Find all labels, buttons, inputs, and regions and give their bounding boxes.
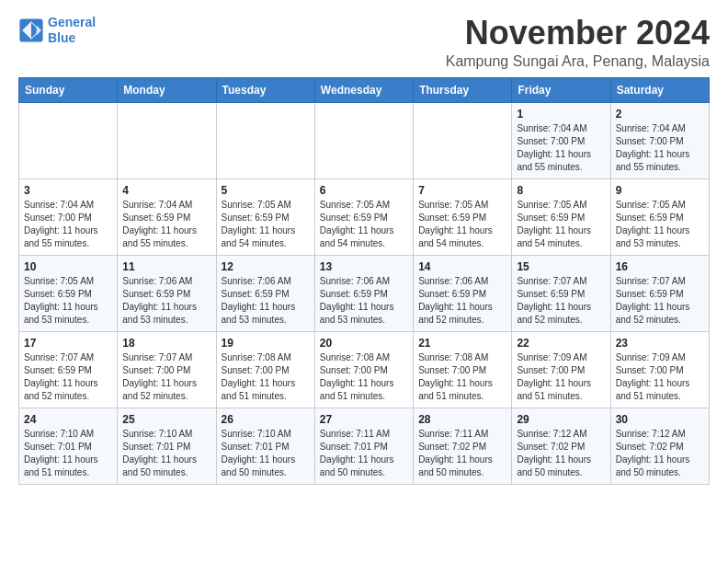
day-info: Sunrise: 7:07 AM Sunset: 6:59 PM Dayligh… xyxy=(517,275,605,327)
day-number: 23 xyxy=(616,337,704,350)
day-number: 26 xyxy=(222,413,310,426)
calendar-cell: 5Sunrise: 7:05 AM Sunset: 6:59 PM Daylig… xyxy=(216,178,314,255)
calendar-cell: 20Sunrise: 7:08 AM Sunset: 7:00 PM Dayli… xyxy=(314,331,413,408)
month-title: November 2024 xyxy=(446,15,710,52)
day-number: 30 xyxy=(616,413,704,426)
weekday-header-thursday: Thursday xyxy=(414,77,512,102)
calendar-cell: 21Sunrise: 7:08 AM Sunset: 7:00 PM Dayli… xyxy=(414,331,512,408)
weekday-header-row: SundayMondayTuesdayWednesdayThursdayFrid… xyxy=(19,77,710,102)
page-header: General Blue November 2024 Kampung Sunga… xyxy=(18,15,710,70)
calendar-cell: 14Sunrise: 7:06 AM Sunset: 6:59 PM Dayli… xyxy=(414,255,512,331)
day-number: 18 xyxy=(122,337,210,350)
calendar-cell xyxy=(19,102,118,178)
day-info: Sunrise: 7:11 AM Sunset: 7:02 PM Dayligh… xyxy=(418,428,506,479)
day-number: 2 xyxy=(616,108,704,121)
day-info: Sunrise: 7:06 AM Sunset: 6:59 PM Dayligh… xyxy=(122,275,210,327)
day-number: 3 xyxy=(24,184,112,197)
calendar-cell: 1Sunrise: 7:04 AM Sunset: 7:00 PM Daylig… xyxy=(512,102,610,178)
day-number: 15 xyxy=(517,260,605,273)
calendar-cell: 25Sunrise: 7:10 AM Sunset: 7:01 PM Dayli… xyxy=(118,408,216,484)
day-info: Sunrise: 7:10 AM Sunset: 7:01 PM Dayligh… xyxy=(24,428,112,479)
day-number: 1 xyxy=(517,108,605,121)
day-info: Sunrise: 7:07 AM Sunset: 6:59 PM Dayligh… xyxy=(616,275,704,327)
day-info: Sunrise: 7:06 AM Sunset: 6:59 PM Dayligh… xyxy=(320,275,408,327)
day-info: Sunrise: 7:08 AM Sunset: 7:00 PM Dayligh… xyxy=(418,351,506,403)
day-number: 21 xyxy=(418,337,506,350)
day-number: 12 xyxy=(222,260,310,273)
calendar-cell: 7Sunrise: 7:05 AM Sunset: 6:59 PM Daylig… xyxy=(414,178,512,255)
weekday-header-tuesday: Tuesday xyxy=(216,77,314,102)
calendar-cell: 8Sunrise: 7:05 AM Sunset: 6:59 PM Daylig… xyxy=(512,178,610,255)
day-number: 20 xyxy=(320,337,408,350)
logo-line1: General xyxy=(48,15,96,29)
day-info: Sunrise: 7:05 AM Sunset: 6:59 PM Dayligh… xyxy=(616,199,704,250)
weekday-header-friday: Friday xyxy=(512,77,610,102)
week-row-3: 10Sunrise: 7:05 AM Sunset: 6:59 PM Dayli… xyxy=(19,255,710,331)
calendar-cell: 24Sunrise: 7:10 AM Sunset: 7:01 PM Dayli… xyxy=(19,408,118,484)
week-row-2: 3Sunrise: 7:04 AM Sunset: 7:00 PM Daylig… xyxy=(19,178,710,255)
day-info: Sunrise: 7:05 AM Sunset: 6:59 PM Dayligh… xyxy=(418,199,506,250)
calendar-cell: 10Sunrise: 7:05 AM Sunset: 6:59 PM Dayli… xyxy=(19,255,118,331)
calendar-cell xyxy=(414,102,512,178)
location-title: Kampung Sungai Ara, Penang, Malaysia xyxy=(446,53,710,70)
calendar-cell: 13Sunrise: 7:06 AM Sunset: 6:59 PM Dayli… xyxy=(314,255,413,331)
calendar-cell: 17Sunrise: 7:07 AM Sunset: 6:59 PM Dayli… xyxy=(19,331,118,408)
day-info: Sunrise: 7:07 AM Sunset: 7:00 PM Dayligh… xyxy=(122,351,210,403)
calendar-cell: 16Sunrise: 7:07 AM Sunset: 6:59 PM Dayli… xyxy=(610,255,709,331)
day-number: 10 xyxy=(24,260,112,273)
title-block: November 2024 Kampung Sungai Ara, Penang… xyxy=(446,15,710,70)
day-number: 19 xyxy=(222,337,310,350)
day-info: Sunrise: 7:12 AM Sunset: 7:02 PM Dayligh… xyxy=(517,428,605,479)
calendar-cell: 19Sunrise: 7:08 AM Sunset: 7:00 PM Dayli… xyxy=(216,331,314,408)
day-number: 28 xyxy=(418,413,506,426)
calendar-cell: 2Sunrise: 7:04 AM Sunset: 7:00 PM Daylig… xyxy=(610,102,709,178)
calendar-cell: 30Sunrise: 7:12 AM Sunset: 7:02 PM Dayli… xyxy=(610,408,709,484)
calendar-cell: 29Sunrise: 7:12 AM Sunset: 7:02 PM Dayli… xyxy=(512,408,610,484)
calendar-cell xyxy=(314,102,413,178)
day-info: Sunrise: 7:10 AM Sunset: 7:01 PM Dayligh… xyxy=(222,428,310,479)
calendar-cell: 15Sunrise: 7:07 AM Sunset: 6:59 PM Dayli… xyxy=(512,255,610,331)
week-row-1: 1Sunrise: 7:04 AM Sunset: 7:00 PM Daylig… xyxy=(19,102,710,178)
day-info: Sunrise: 7:06 AM Sunset: 6:59 PM Dayligh… xyxy=(222,275,310,327)
day-number: 25 xyxy=(122,413,210,426)
week-row-5: 24Sunrise: 7:10 AM Sunset: 7:01 PM Dayli… xyxy=(19,408,710,484)
calendar-cell: 9Sunrise: 7:05 AM Sunset: 6:59 PM Daylig… xyxy=(610,178,709,255)
day-number: 14 xyxy=(418,260,506,273)
calendar-cell: 28Sunrise: 7:11 AM Sunset: 7:02 PM Dayli… xyxy=(414,408,512,484)
weekday-header-saturday: Saturday xyxy=(610,77,709,102)
calendar-cell: 12Sunrise: 7:06 AM Sunset: 6:59 PM Dayli… xyxy=(216,255,314,331)
calendar-cell: 27Sunrise: 7:11 AM Sunset: 7:01 PM Dayli… xyxy=(314,408,413,484)
calendar-cell xyxy=(118,102,216,178)
day-info: Sunrise: 7:04 AM Sunset: 7:00 PM Dayligh… xyxy=(24,199,112,250)
day-number: 6 xyxy=(320,184,408,197)
day-info: Sunrise: 7:05 AM Sunset: 6:59 PM Dayligh… xyxy=(517,199,605,250)
logo-text: General Blue xyxy=(48,15,96,46)
day-info: Sunrise: 7:06 AM Sunset: 6:59 PM Dayligh… xyxy=(418,275,506,327)
logo: General Blue xyxy=(18,15,96,46)
weekday-header-monday: Monday xyxy=(118,77,216,102)
day-info: Sunrise: 7:05 AM Sunset: 6:59 PM Dayligh… xyxy=(24,275,112,327)
day-info: Sunrise: 7:05 AM Sunset: 6:59 PM Dayligh… xyxy=(320,199,408,250)
calendar-table: SundayMondayTuesdayWednesdayThursdayFrid… xyxy=(18,77,710,485)
day-number: 8 xyxy=(517,184,605,197)
day-info: Sunrise: 7:12 AM Sunset: 7:02 PM Dayligh… xyxy=(616,428,704,479)
logo-line2: Blue xyxy=(48,30,75,45)
day-number: 22 xyxy=(517,337,605,350)
calendar-cell: 11Sunrise: 7:06 AM Sunset: 6:59 PM Dayli… xyxy=(118,255,216,331)
calendar-cell: 3Sunrise: 7:04 AM Sunset: 7:00 PM Daylig… xyxy=(19,178,118,255)
day-info: Sunrise: 7:10 AM Sunset: 7:01 PM Dayligh… xyxy=(122,428,210,479)
day-number: 13 xyxy=(320,260,408,273)
calendar-cell: 23Sunrise: 7:09 AM Sunset: 7:00 PM Dayli… xyxy=(610,331,709,408)
calendar-cell xyxy=(216,102,314,178)
day-number: 16 xyxy=(616,260,704,273)
day-info: Sunrise: 7:11 AM Sunset: 7:01 PM Dayligh… xyxy=(320,428,408,479)
day-info: Sunrise: 7:04 AM Sunset: 6:59 PM Dayligh… xyxy=(122,199,210,250)
calendar-body: 1Sunrise: 7:04 AM Sunset: 7:00 PM Daylig… xyxy=(19,102,710,484)
day-number: 5 xyxy=(222,184,310,197)
day-number: 27 xyxy=(320,413,408,426)
logo-icon xyxy=(18,17,44,43)
day-number: 17 xyxy=(24,337,112,350)
day-number: 4 xyxy=(122,184,210,197)
day-info: Sunrise: 7:09 AM Sunset: 7:00 PM Dayligh… xyxy=(517,351,605,403)
day-info: Sunrise: 7:09 AM Sunset: 7:00 PM Dayligh… xyxy=(616,351,704,403)
